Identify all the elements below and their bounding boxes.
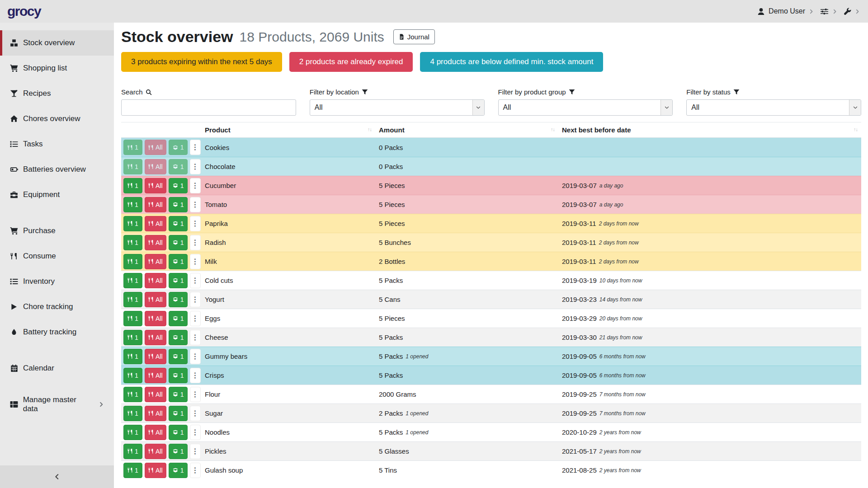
row-menu-button[interactable]: [190, 349, 201, 364]
sidebar-item-manage-master-data[interactable]: Manage master data: [0, 392, 114, 417]
open-one-button[interactable]: 1: [169, 406, 188, 421]
consume-all-button[interactable]: All: [145, 254, 166, 269]
row-menu-button[interactable]: [190, 406, 201, 421]
consume-one-button[interactable]: 1: [123, 368, 142, 383]
amount-column-header[interactable]: Amount: [375, 122, 558, 137]
product-column-header[interactable]: Product: [201, 122, 375, 137]
row-menu-button[interactable]: [190, 197, 201, 212]
open-one-button[interactable]: 1: [169, 178, 188, 193]
below-min-stock-alert-badge[interactable]: 4 products are below defined min. stock …: [420, 52, 603, 72]
row-menu-button[interactable]: [190, 254, 201, 269]
row-menu-button[interactable]: [190, 216, 201, 231]
open-one-button[interactable]: 1: [169, 349, 188, 364]
row-menu-button[interactable]: [190, 330, 201, 345]
user-menu[interactable]: Demo User: [757, 7, 814, 15]
open-one-button[interactable]: 1: [169, 368, 188, 383]
open-one-button[interactable]: 1: [169, 387, 188, 402]
row-menu-button[interactable]: [190, 444, 201, 459]
open-one-button[interactable]: 1: [169, 273, 188, 288]
consume-all-button[interactable]: All: [145, 216, 166, 231]
consume-all-button[interactable]: All: [145, 444, 166, 459]
sidebar-item-recipes[interactable]: Recipes: [0, 81, 114, 106]
consume-all-button[interactable]: All: [145, 311, 166, 326]
settings-menu[interactable]: [820, 8, 837, 15]
consume-all-button[interactable]: All: [145, 140, 166, 155]
expiring-alert-badge[interactable]: 3 products expiring within the next 5 da…: [121, 52, 282, 72]
consume-one-button[interactable]: 1: [123, 159, 142, 174]
open-one-button[interactable]: 1: [169, 197, 188, 212]
open-one-button[interactable]: 1: [169, 425, 188, 440]
consume-one-button[interactable]: 1: [123, 330, 142, 345]
row-menu-button[interactable]: [190, 159, 201, 174]
consume-one-button[interactable]: 1: [123, 311, 142, 326]
row-menu-button[interactable]: [190, 311, 201, 326]
sidebar-item-stock-overview[interactable]: Stock overview: [0, 30, 114, 56]
consume-all-button[interactable]: All: [145, 349, 166, 364]
sort-icon[interactable]: [854, 127, 858, 132]
search-input[interactable]: [121, 99, 296, 116]
open-one-button[interactable]: 1: [169, 159, 188, 174]
row-menu-button[interactable]: [190, 178, 201, 193]
consume-all-button[interactable]: All: [145, 273, 166, 288]
consume-all-button[interactable]: All: [145, 425, 166, 440]
consume-one-button[interactable]: 1: [123, 349, 142, 364]
row-menu-button[interactable]: [190, 273, 201, 288]
consume-one-button[interactable]: 1: [123, 406, 142, 421]
sidebar-item-tasks[interactable]: Tasks: [0, 131, 114, 157]
consume-all-button[interactable]: All: [145, 235, 166, 250]
consume-one-button[interactable]: 1: [123, 254, 142, 269]
status-filter-select[interactable]: All: [686, 99, 861, 116]
sidebar-item-chores-overview[interactable]: Chores overview: [0, 106, 114, 131]
sidebar-item-battery-tracking[interactable]: Battery tracking: [0, 319, 114, 345]
consume-all-button[interactable]: All: [145, 178, 166, 193]
row-menu-button[interactable]: [190, 368, 201, 383]
consume-one-button[interactable]: 1: [123, 292, 142, 307]
sidebar-item-consume[interactable]: Consume: [0, 244, 114, 269]
row-menu-button[interactable]: [190, 425, 201, 440]
sidebar-item-shopping-list[interactable]: Shopping list: [0, 56, 114, 81]
open-one-button[interactable]: 1: [169, 140, 188, 155]
open-one-button[interactable]: 1: [169, 216, 188, 231]
expired-alert-badge[interactable]: 2 products are already expired: [289, 52, 413, 72]
best-before-column-header[interactable]: Next best before date: [558, 122, 861, 137]
row-menu-button[interactable]: [190, 292, 201, 307]
consume-one-button[interactable]: 1: [123, 140, 142, 155]
consume-one-button[interactable]: 1: [123, 216, 142, 231]
consume-all-button[interactable]: All: [145, 159, 166, 174]
row-menu-button[interactable]: [190, 140, 201, 155]
sidebar-item-equipment[interactable]: Equipment: [0, 182, 114, 207]
consume-all-button[interactable]: All: [145, 463, 166, 478]
open-one-button[interactable]: 1: [169, 463, 188, 478]
sort-icon[interactable]: [368, 127, 372, 132]
journal-button[interactable]: Journal: [393, 29, 435, 44]
sidebar-item-inventory[interactable]: Inventory: [0, 269, 114, 294]
open-one-button[interactable]: 1: [169, 330, 188, 345]
sidebar-item-purchase[interactable]: Purchase: [0, 218, 114, 244]
product-group-filter-select[interactable]: All: [498, 99, 673, 116]
admin-menu[interactable]: [844, 8, 860, 15]
sidebar-item-batteries-overview[interactable]: Batteries overview: [0, 157, 114, 182]
consume-one-button[interactable]: 1: [123, 463, 142, 478]
open-one-button[interactable]: 1: [169, 292, 188, 307]
open-one-button[interactable]: 1: [169, 444, 188, 459]
consume-all-button[interactable]: All: [145, 387, 166, 402]
sidebar-item-chore-tracking[interactable]: Chore tracking: [0, 294, 114, 319]
open-one-button[interactable]: 1: [169, 254, 188, 269]
consume-one-button[interactable]: 1: [123, 387, 142, 402]
sidebar-collapse-button[interactable]: [0, 465, 114, 488]
open-one-button[interactable]: 1: [169, 311, 188, 326]
sort-icon[interactable]: [551, 127, 555, 132]
consume-all-button[interactable]: All: [145, 292, 166, 307]
consume-one-button[interactable]: 1: [123, 178, 142, 193]
sidebar-item-calendar[interactable]: Calendar: [0, 356, 114, 381]
row-menu-button[interactable]: [190, 235, 201, 250]
row-menu-button[interactable]: [190, 463, 201, 478]
row-menu-button[interactable]: [190, 387, 201, 402]
consume-all-button[interactable]: All: [145, 197, 166, 212]
consume-one-button[interactable]: 1: [123, 273, 142, 288]
location-filter-select[interactable]: All: [310, 99, 485, 116]
consume-one-button[interactable]: 1: [123, 235, 142, 250]
consume-all-button[interactable]: All: [145, 406, 166, 421]
consume-one-button[interactable]: 1: [123, 197, 142, 212]
consume-one-button[interactable]: 1: [123, 444, 142, 459]
